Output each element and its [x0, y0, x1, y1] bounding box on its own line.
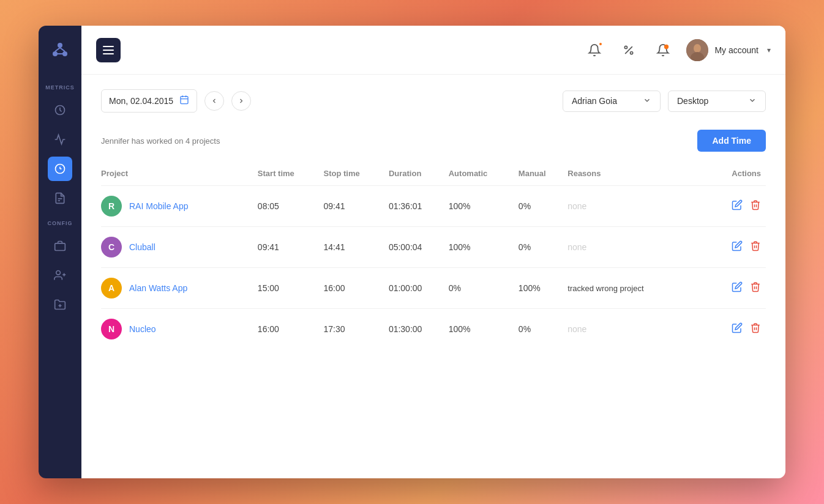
sidebar: METRICS CONFIG [39, 26, 81, 478]
date-picker[interactable]: Mon, 02.04.2015 [101, 89, 197, 113]
cell-manual: 0% [519, 186, 567, 227]
svg-point-19 [625, 46, 627, 48]
device-dropdown-chevron [748, 96, 757, 106]
percent-icon [623, 44, 635, 56]
cell-start-time: 15:00 [258, 268, 324, 309]
project-name[interactable]: Cluball [129, 242, 155, 252]
svg-rect-12 [55, 243, 66, 251]
delete-button[interactable] [750, 281, 761, 295]
table-header: Project Start time Stop time Duration Au… [101, 164, 766, 186]
actions-cell [704, 322, 766, 336]
cell-automatic: 100% [449, 227, 519, 268]
cell-manual: 0% [519, 309, 567, 350]
cell-actions [704, 309, 766, 350]
project-avatar: A [101, 278, 122, 298]
table-body: R RAI Mobile App 08:0509:4101:36:01100%0… [101, 186, 766, 350]
cell-reason: none [567, 227, 704, 268]
sidebar-logo [48, 38, 72, 62]
content-area: Mon, 02.04.2015 [81, 75, 785, 478]
project-cell: A Alan Watts App [101, 278, 258, 298]
cell-duration: 01:30:00 [389, 309, 449, 350]
sidebar-item-briefcase[interactable] [48, 234, 72, 258]
cell-stop-time: 16:00 [324, 268, 389, 309]
cell-actions [704, 227, 766, 268]
device-dropdown[interactable]: Desktop [668, 91, 766, 112]
edit-button[interactable] [732, 240, 743, 254]
sidebar-item-add-user[interactable] [48, 263, 72, 287]
sidebar-item-time-active[interactable] [48, 157, 72, 181]
col-stop-time: Stop time [324, 164, 389, 186]
menu-button[interactable] [96, 38, 121, 62]
bell-settings-icon [656, 43, 670, 57]
topbar-right: My account ▾ [583, 39, 771, 61]
sidebar-item-clock[interactable] [48, 98, 72, 122]
cell-reason: none [567, 309, 704, 350]
cell-start-time: 09:41 [258, 227, 324, 268]
actions-cell [704, 199, 766, 213]
sidebar-item-add-folder[interactable] [48, 292, 72, 317]
notification-dot [598, 42, 603, 46]
cell-project: C Cluball [101, 227, 258, 268]
sidebar-item-document[interactable] [48, 186, 72, 210]
cell-stop-time: 09:41 [324, 186, 389, 227]
time-table: Project Start time Stop time Duration Au… [101, 164, 766, 349]
cell-reason: tracked wrong project [567, 268, 704, 309]
sidebar-item-chart[interactable] [48, 127, 72, 152]
sidebar-section-config-label: CONFIG [39, 220, 81, 226]
sidebar-section-metrics-label: METRICS [39, 84, 81, 91]
cell-actions [704, 268, 766, 309]
user-dropdown[interactable]: Adrian Goia [563, 91, 661, 112]
delete-button[interactable] [750, 199, 761, 213]
svg-point-0 [58, 43, 62, 48]
edit-button[interactable] [732, 322, 743, 336]
notification-button[interactable] [583, 39, 605, 61]
cell-duration: 05:00:04 [389, 227, 449, 268]
prev-date-button[interactable] [204, 91, 224, 111]
project-cell: R RAI Mobile App [101, 196, 258, 217]
cell-manual: 100% [519, 268, 567, 309]
edit-button[interactable] [732, 281, 743, 295]
col-actions: Actions [704, 164, 766, 186]
project-avatar: R [101, 196, 122, 217]
project-name[interactable]: Nucleo [129, 324, 156, 334]
edit-button[interactable] [732, 199, 743, 213]
svg-line-18 [626, 46, 633, 54]
topbar-left [96, 38, 121, 62]
percent-button[interactable] [618, 39, 640, 61]
svg-point-13 [56, 271, 61, 275]
summary-text: Jennifer has worked on 4 projects [101, 136, 220, 146]
col-project: Project [101, 164, 258, 186]
actions-cell [704, 281, 766, 295]
table-row: C Cluball 09:4114:4105:00:04100%0%none [101, 227, 766, 268]
delete-button[interactable] [750, 322, 761, 336]
cell-automatic: 0% [449, 268, 519, 309]
reason-none: none [567, 201, 586, 211]
col-reasons: Reasons [567, 164, 704, 186]
device-dropdown-value: Desktop [677, 96, 708, 106]
reason-none: none [567, 324, 586, 334]
reason-none: none [567, 242, 586, 252]
project-cell: C Cluball [101, 237, 258, 258]
add-time-button[interactable]: Add Time [697, 130, 766, 152]
cell-actions [704, 186, 766, 227]
col-manual: Manual [519, 164, 567, 186]
cell-start-time: 16:00 [258, 309, 324, 350]
cell-start-time: 08:05 [258, 186, 324, 227]
user-dropdown-value: Adrian Goia [572, 96, 617, 106]
summary-row: Jennifer has worked on 4 projects Add Ti… [101, 130, 766, 152]
col-start-time: Start time [258, 164, 324, 186]
cell-manual: 0% [519, 227, 567, 268]
cell-duration: 01:00:00 [389, 268, 449, 309]
next-date-button[interactable] [231, 91, 251, 111]
cell-stop-time: 17:30 [324, 309, 389, 350]
svg-point-23 [694, 44, 701, 53]
cell-project: R RAI Mobile App [101, 186, 258, 227]
account-section[interactable]: My account ▾ [686, 39, 771, 61]
settings-button[interactable] [652, 39, 674, 61]
col-duration: Duration [389, 164, 449, 186]
account-name: My account [714, 45, 758, 55]
project-name[interactable]: RAI Mobile App [129, 201, 189, 211]
delete-button[interactable] [750, 240, 761, 254]
filters-row: Mon, 02.04.2015 [101, 89, 766, 113]
project-name[interactable]: Alan Watts App [129, 283, 187, 293]
